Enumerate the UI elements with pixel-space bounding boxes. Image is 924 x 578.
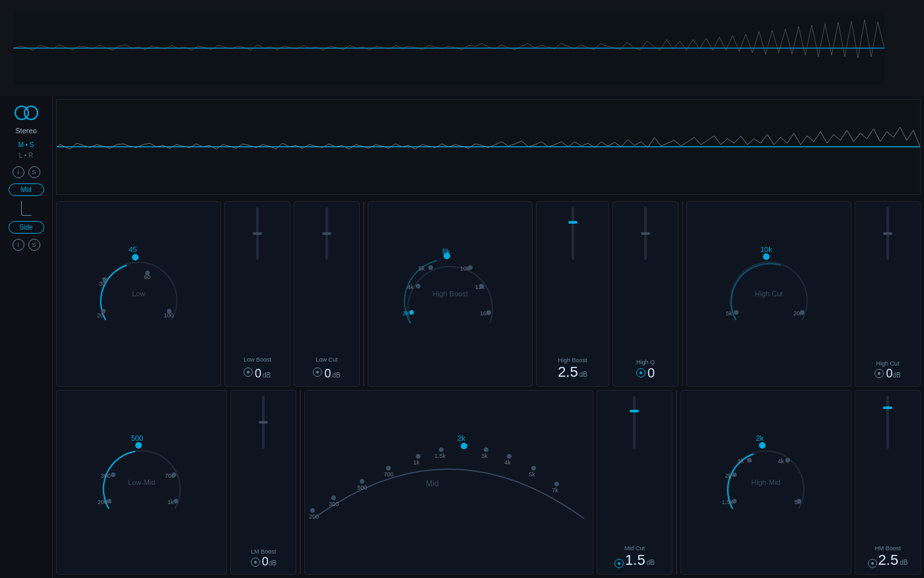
waveform-area <box>56 99 921 195</box>
lm-200: 200 <box>98 499 108 505</box>
mid-2k: 2k <box>457 434 465 442</box>
side-controls: i S <box>13 239 40 251</box>
mid-dot-700 <box>386 466 391 470</box>
top-bar <box>0 0 924 96</box>
low-boost-thumb[interactable] <box>253 232 262 235</box>
hm-active-freq: 2k <box>756 434 764 442</box>
stereo-info-btn[interactable]: i <box>13 166 24 178</box>
high-mid-band: 2k 1.5k 2k 3k 4k 5k High-M <box>680 390 851 575</box>
mid-1.5k: 1.5k <box>434 453 446 459</box>
mid-dot-1k <box>416 454 420 459</box>
lm-value: 0 <box>262 555 269 569</box>
low-mid-band: 500 200 300 700 1k Low-Mid <box>56 390 227 575</box>
low-boost-label: Low Boost <box>244 356 271 363</box>
hm-1.5k: 1.5k <box>721 499 733 505</box>
mc-label: Mid Cut <box>614 545 655 552</box>
low-cut-knob[interactable] <box>313 368 322 377</box>
mid-dot-300 <box>331 496 336 500</box>
hc-knob[interactable] <box>874 369 884 378</box>
lr-label: L • R <box>18 150 34 161</box>
lm-boost-label: LM Boost <box>251 548 277 555</box>
high-cut-arc <box>726 251 812 337</box>
low-boost-track <box>256 207 259 260</box>
hb-5k: 5k <box>418 265 425 272</box>
hm-knob-inner <box>871 562 874 565</box>
low-cut-label-area: Low Cut 0 dB <box>313 356 340 381</box>
stereo-label: Stereo <box>15 127 36 135</box>
low-boost-value-display: 0 dB <box>255 367 271 381</box>
side-button[interactable]: Side <box>9 221 44 234</box>
hc-label: High Cut <box>874 360 900 367</box>
hc-knob-inner <box>878 372 880 375</box>
lm-label-area: LM Boost 0 dB <box>251 548 277 569</box>
side-info-btn[interactable]: i <box>13 239 24 251</box>
mid-dot-2k-active <box>461 443 467 449</box>
high-boost-val-band: High Boost 2.5 dB <box>536 201 609 387</box>
hq-thumb[interactable] <box>641 232 650 235</box>
lm-unit: dB <box>269 560 277 567</box>
sep-3 <box>300 390 301 575</box>
mid-4k: 4k <box>504 459 511 466</box>
mid-1k: 1k <box>413 459 420 466</box>
hc-unit: dB <box>892 371 900 379</box>
mid-3k: 3k <box>481 453 488 459</box>
mc-knob[interactable] <box>614 559 624 568</box>
hm-thumb[interactable] <box>883 406 892 409</box>
hc-thumb[interactable] <box>883 232 892 235</box>
stereo-link-icon <box>14 106 39 121</box>
eq-row-bottom: 500 200 300 700 1k Low-Mid <box>56 390 921 575</box>
hm-boost-label: HM Boost <box>868 545 908 552</box>
mid-5k: 5k <box>529 471 535 478</box>
low-cut-thumb[interactable] <box>322 232 331 235</box>
mid-arc <box>310 439 587 525</box>
low-cut-band: Low Cut 0 dB <box>294 201 360 387</box>
low-boost-knob[interactable] <box>244 368 253 377</box>
hq-knob[interactable] <box>636 368 645 377</box>
lm-knob[interactable] <box>251 558 260 567</box>
hm-2k: 2k <box>725 472 731 479</box>
mc-fader: Mid Cut 1.5 dB <box>614 396 655 569</box>
hc-value-display: 0 dB <box>886 367 900 381</box>
side-s-btn[interactable]: S <box>28 239 40 251</box>
low-knob-container: 20 30 60 100 45 Low <box>96 251 182 337</box>
low-boost-label-area: Low Boost 0 dB <box>244 356 271 381</box>
mc-unit: dB <box>647 559 655 566</box>
hm-label-area: HM Boost 2.5 dB <box>868 545 908 569</box>
low-cut-unit: dB <box>332 371 340 379</box>
mid-200: 200 <box>309 513 319 520</box>
high-q-band: High Q 0 <box>612 201 678 387</box>
lm-300: 300 <box>101 472 111 479</box>
low-active-freq: 45 <box>129 245 137 253</box>
high-mid-arc <box>723 439 808 525</box>
low-cut-track <box>325 207 328 260</box>
low-boost-fader: Low Boost 0 dB <box>244 207 271 381</box>
stereo-controls: i S <box>13 166 40 178</box>
lm-thumb[interactable] <box>259 421 268 424</box>
stereo-s-btn[interactable]: S <box>28 166 40 178</box>
main-area: Stereo M • S L • R i S Mid Side i S <box>0 96 924 578</box>
low-boost-band: Low Boost 0 dB <box>224 201 290 387</box>
hq-label: High Q <box>636 359 655 366</box>
mid-button[interactable]: Mid <box>9 183 44 196</box>
mid-700: 700 <box>383 471 393 478</box>
high-boost-band: 8k 3k 4k 5k 10k 12k <box>368 201 533 387</box>
hb-thumb[interactable] <box>568 221 578 224</box>
hc-label-area: High Cut 0 dB <box>874 360 900 381</box>
mc-thumb[interactable] <box>630 410 639 412</box>
hb-track <box>572 207 574 260</box>
hm-knob[interactable] <box>868 559 877 568</box>
mid-dot-1.5k <box>439 447 444 452</box>
eq-panels: 20 30 60 100 45 Low <box>53 198 924 578</box>
top-waveform <box>13 12 884 84</box>
lm-knob-inner <box>254 561 257 563</box>
low-cut-knob-inner <box>316 371 319 373</box>
lm-dot-1k <box>174 499 178 503</box>
sep-4 <box>676 390 677 575</box>
low-knob-arc <box>96 251 182 337</box>
high-boost-fader-cont: High Boost 2.5 dB <box>558 207 587 381</box>
hm-3k-top: 3k <box>737 458 744 465</box>
mc-knob-row <box>614 559 624 568</box>
hm-fader: HM Boost 2.5 dB <box>868 396 908 569</box>
hb-unit: dB <box>579 371 587 378</box>
low-cut-label: Low Cut <box>313 356 340 363</box>
